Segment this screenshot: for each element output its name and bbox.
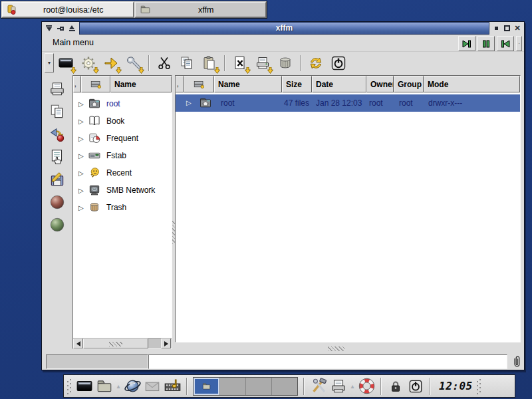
tree-label: Frequent [106,134,138,143]
scripts-button[interactable] [231,53,249,73]
expander-icon[interactable]: ▷ [78,187,87,194]
panel-settings-button[interactable] [309,376,329,396]
frequent-icon [87,132,102,145]
task-button-xffm[interactable]: xffm [134,1,267,18]
new-terminal-button[interactable] [57,53,75,73]
iconify-icon[interactable] [491,23,501,33]
expander-icon[interactable]: ▷ [78,204,87,211]
panel-terminal-button[interactable] [74,376,94,396]
side-duplicate-button[interactable] [47,103,67,120]
column-header-size[interactable]: Size [282,76,312,92]
side-revert-button[interactable] [47,126,67,143]
expander-icon[interactable]: ▷ [78,152,87,160]
go-forward-button[interactable] [458,36,475,51]
copy-button[interactable] [178,53,196,73]
scroll-right-button[interactable] [161,338,171,348]
toolbar-collapse-button[interactable]: ▾ [45,53,54,72]
print-button[interactable] [253,53,272,73]
side-red-sphere-button[interactable] [47,194,67,211]
panel-files-button[interactable] [94,376,114,396]
scroll-left-button[interactable] [73,338,83,348]
column-header-date[interactable]: Date [312,76,366,92]
attach-button[interactable] [509,354,524,370]
panel-help-button[interactable] [356,376,376,396]
tree-row-book[interactable]: ▷ Book [73,112,172,130]
cell-date: Jan 28 12:03 [316,94,362,112]
panel-splitter-horizontal[interactable] [175,344,521,354]
expander-icon[interactable]: ▷ [78,170,87,177]
list-icon-header[interactable] [184,76,214,92]
panel-multimedia-button[interactable] [162,376,182,396]
settings-button[interactable] [79,53,98,73]
reload-button[interactable] [307,53,325,73]
window-shade-icon[interactable] [67,23,77,33]
window-menu-icon[interactable] [44,23,54,33]
splitter-grip[interactable] [328,346,345,351]
tree-row-fstab[interactable]: ▷ Fstab [73,147,172,164]
side-save-button[interactable] [47,171,67,188]
tools-button[interactable] [124,53,143,73]
expander-icon[interactable]: ▷ [78,135,87,142]
titlebar-right-controls: ✕ [489,22,524,35]
file-list-panel: , Name Size Date Owner Group Mode ▷ root… [175,75,521,342]
tree-row-smb-network[interactable]: ▷ SMB Network [73,182,172,199]
popup-arrow-icon[interactable]: ▴ [348,382,356,390]
cell-owner: root [369,94,383,112]
workspace-4[interactable] [271,378,297,395]
paste-button[interactable] [200,53,219,73]
expander-icon[interactable]: ▷ [78,100,87,108]
task-button-terminal[interactable]: root@louisa:/etc [1,1,134,18]
tree-row-trash[interactable]: ▷ Trash [73,199,172,216]
pause-button[interactable] [477,36,495,51]
panel-browser-button[interactable] [122,376,142,396]
maximize-icon[interactable] [502,23,512,33]
scrollbar-thumb[interactable] [83,338,148,348]
tree-name-header[interactable]: Name [110,76,172,92]
column-header-owner[interactable]: Owner [366,76,394,92]
toolbar-separator [224,55,225,71]
cell-size: 47 files [284,94,309,112]
goto-button[interactable] [102,53,120,73]
nav-more-button[interactable]: · [516,36,522,51]
list-sort-corner[interactable]: , [176,76,184,92]
main-menu-item[interactable]: Main menu [53,38,94,47]
workspace-1-active[interactable] [194,378,219,395]
command-entry[interactable] [148,354,507,369]
workspace-3[interactable] [245,378,271,395]
close-icon[interactable]: ✕ [513,23,523,33]
panel-handle-right[interactable] [477,378,481,394]
expander-icon[interactable]: ▷ [186,94,192,112]
panel-handle-left[interactable] [67,378,71,394]
tree-icon-header[interactable] [81,76,110,92]
column-header-mode[interactable]: Mode [424,76,520,92]
file-row-root-selected[interactable]: ▷ root 47 files Jan 28 12:03 root root d… [176,94,520,112]
panel-mail-button[interactable] [142,376,162,396]
panel-clock: 12:05 [439,380,473,392]
tree-row-root[interactable]: ▷ root [73,95,172,112]
side-select-button[interactable] [47,148,67,166]
toolbar-separator [148,55,150,71]
scrollbar-track[interactable] [148,338,161,348]
go-back-button[interactable] [497,36,514,51]
side-print-button[interactable] [47,80,67,98]
side-green-sphere-button[interactable] [47,216,67,233]
panel-print-button[interactable] [329,376,348,396]
task-label: root@louisa:/etc [18,5,129,15]
task-label: xffm [151,5,262,15]
toolbar-separator [300,55,301,71]
tree-row-frequent[interactable]: ▷ Frequent [73,130,172,147]
tree-sort-corner[interactable]: , [73,76,81,92]
expander-icon[interactable]: ▷ [78,118,87,125]
skip-back-icon [500,39,511,49]
column-header-group[interactable]: Group [394,76,424,92]
cut-button[interactable] [155,53,174,73]
workspace-2[interactable] [219,378,245,395]
window-stick-icon[interactable] [55,23,65,33]
panel-lock-button[interactable] [386,376,406,396]
quit-button[interactable] [329,53,348,73]
trash-button[interactable] [276,53,295,73]
panel-quit-button[interactable] [406,376,426,396]
column-header-name[interactable]: Name [214,76,282,92]
popup-arrow-icon[interactable]: ▴ [114,382,122,390]
tree-row-recent[interactable]: ▷ Recent [73,164,172,182]
